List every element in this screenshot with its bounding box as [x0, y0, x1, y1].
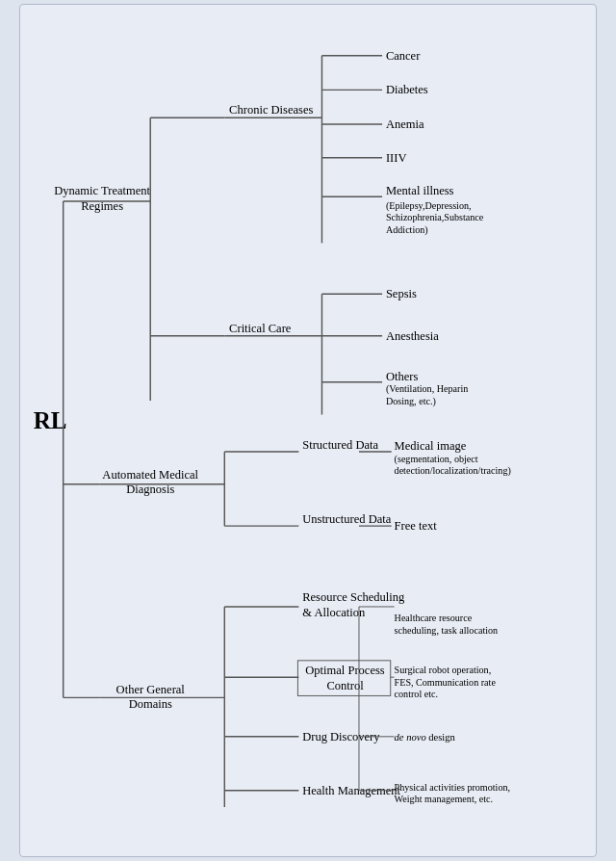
diagram-container: RL Dynamic Treatment Regimes Chronic Dis…	[19, 4, 597, 857]
cancer-label: Cancer	[386, 49, 421, 63]
diagram-svg: RL Dynamic Treatment Regimes Chronic Dis…	[30, 14, 586, 843]
automated-medical-label2: Diagnosis	[126, 483, 174, 496]
rl-label: RL	[34, 407, 67, 433]
medical-image-label: Medical image	[395, 439, 467, 453]
healthcare-resource-label2: scheduling, task allocation	[395, 625, 499, 636]
dynamic-treatment-label: Dynamic Treatment	[54, 184, 150, 197]
optimal-process-label1: Optimal Process	[305, 664, 385, 677]
physical-activities-label2: Weight management, etc.	[395, 794, 494, 804]
automated-medical-label1: Automated Medical	[102, 468, 198, 482]
surgical-robot-label2: FES, Communication rate	[395, 677, 497, 688]
optimal-process-label2: Control	[326, 679, 364, 692]
mental-illness-sub3: Addiction)	[386, 224, 428, 236]
mental-illness-label: Mental illness	[386, 184, 454, 197]
anemia-label: Anemia	[386, 117, 424, 131]
medical-image-sub1: (segmentation, object	[395, 454, 478, 465]
svg-rect-0	[30, 30, 586, 827]
anesthesia-label: Anesthesia	[386, 329, 439, 343]
others-sub2: Dosing, etc.)	[386, 396, 436, 407]
medical-image-sub2: detection/localization/tracing)	[395, 465, 511, 477]
mental-illness-sub1: (Epilepsy,Depression,	[386, 200, 472, 212]
chronic-diseases-label: Chronic Diseases	[229, 103, 313, 117]
others-sub1: (Ventilation, Heparin	[386, 383, 468, 395]
free-text-label: Free text	[395, 519, 438, 533]
healthcare-resource-label1: Healthcare resource	[395, 613, 473, 623]
resource-scheduling-label2: & Allocation	[302, 606, 366, 619]
surgical-robot-label3: control etc.	[395, 689, 438, 699]
mental-illness-sub2: Schizophrenia,Substance	[386, 212, 484, 222]
structured-data-label: Structured Data	[302, 438, 378, 452]
de-novo-label: de novo	[395, 732, 426, 743]
other-general-label2: Domains	[129, 697, 172, 711]
surgical-robot-label1: Surgical robot operation,	[395, 665, 492, 675]
hiv-label: IIIV	[386, 151, 407, 165]
diabetes-label: Diabetes	[386, 83, 428, 96]
physical-activities-label1: Physical activities promotion,	[395, 782, 510, 793]
unstructured-data-label: Unstructured Data	[302, 512, 392, 526]
other-general-label1: Other General	[116, 683, 186, 696]
de-novo-label2: design	[428, 732, 455, 743]
resource-scheduling-label1: Resource Scheduling	[302, 590, 405, 604]
sepsis-label: Sepsis	[386, 287, 417, 300]
others-label: Others	[386, 370, 418, 383]
critical-care-label: Critical Care	[229, 322, 292, 335]
